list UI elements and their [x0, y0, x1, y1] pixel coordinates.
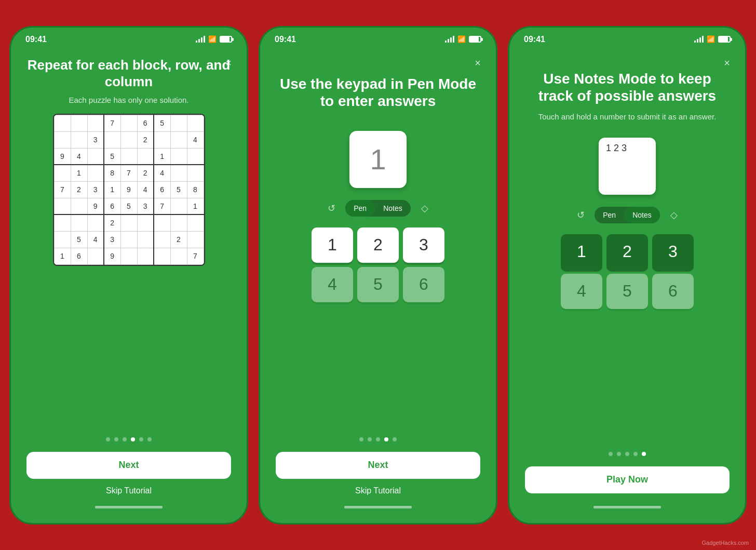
pen-mode-btn-3[interactable]: Pen	[595, 207, 624, 223]
key-6-3[interactable]: 6	[652, 274, 694, 309]
sudoku-cell	[154, 214, 170, 231]
sudoku-cell	[137, 231, 154, 248]
keypad-3: 1 2 3 4 5 6	[561, 234, 694, 309]
status-bar-1: 09:41 📶	[11, 28, 247, 44]
notes-mode-btn-2[interactable]: Notes	[375, 200, 411, 217]
key-3-2[interactable]: 3	[403, 227, 444, 263]
sudoku-cell	[54, 131, 71, 148]
sudoku-cell: 7	[187, 248, 204, 264]
home-bar-3	[593, 506, 661, 508]
sudoku-cell: 3	[87, 131, 104, 148]
undo-icon-3[interactable]: ↺	[572, 206, 589, 224]
keypad-row-top-2: 1 2 3	[312, 227, 444, 263]
key-4-3[interactable]: 4	[561, 274, 602, 309]
key-1-2[interactable]: 1	[312, 227, 353, 263]
key-4-2[interactable]: 4	[312, 267, 353, 302]
dots-indicator-3	[609, 452, 646, 456]
sudoku-cell: 4	[71, 148, 87, 165]
status-icons-1: 📶	[196, 35, 232, 43]
sudoku-cell: 1	[104, 181, 120, 198]
sudoku-table: 765324945118724723194658965371254321697	[54, 115, 204, 265]
battery-icon-3	[718, 36, 731, 43]
dot-2-4	[384, 437, 388, 441]
undo-icon-2[interactable]: ↺	[322, 199, 340, 217]
sudoku-cell	[120, 148, 137, 165]
sudoku-cell: 3	[137, 198, 154, 214]
sudoku-cell	[187, 231, 204, 248]
battery-icon-2	[469, 36, 481, 43]
sudoku-cell: 6	[104, 198, 120, 214]
sudoku-cell	[87, 148, 104, 165]
screen1-content: Repeat for each block, row, and column E…	[11, 44, 247, 437]
dot-3-1	[609, 452, 613, 456]
home-bar-2	[344, 506, 412, 508]
notes-mode-btn-3[interactable]: Notes	[624, 207, 660, 223]
status-icons-3: 📶	[694, 35, 731, 43]
mode-pill-2: Pen Notes	[345, 200, 411, 217]
home-bar-1	[95, 506, 163, 508]
skip-tutorial-2[interactable]: Skip Tutorial	[355, 486, 401, 495]
sudoku-cell: 5	[154, 115, 170, 131]
sudoku-cell	[71, 115, 87, 131]
sudoku-cell	[170, 214, 187, 231]
sudoku-cell: 7	[154, 198, 170, 214]
sudoku-cell: 9	[87, 198, 104, 214]
sudoku-cell	[120, 248, 137, 264]
screen3-subtitle: Touch and hold a number to submit it as …	[538, 111, 717, 122]
key-1-3[interactable]: 1	[561, 234, 602, 270]
screen1-subtitle: Each puzzle has only one solution.	[69, 96, 189, 104]
sudoku-cell: 7	[54, 181, 71, 198]
sudoku-cell	[170, 198, 187, 214]
erase-icon-2[interactable]: ◇	[416, 199, 434, 217]
sudoku-cell	[170, 248, 187, 264]
sudoku-cell	[137, 214, 154, 231]
screen3-bottom: Play Now	[509, 452, 745, 523]
dot-1-3	[123, 437, 127, 441]
sudoku-cell	[170, 131, 187, 148]
sudoku-cell	[154, 131, 170, 148]
key-2-2[interactable]: 2	[357, 227, 399, 263]
screen3-title: Use Notes Mode to keep track of possible…	[525, 70, 730, 105]
sudoku-cell	[120, 115, 137, 131]
dot-1-6	[147, 437, 152, 441]
sudoku-cell	[71, 198, 87, 214]
sudoku-cell	[54, 214, 71, 231]
screen2-content: Use the keypad in Pen Mode to enter answ…	[260, 44, 496, 437]
sudoku-cell	[54, 115, 71, 131]
sudoku-cell: 1	[71, 165, 87, 181]
sudoku-cell	[104, 131, 120, 148]
sudoku-cell: 6	[154, 181, 170, 198]
dots-indicator-2	[359, 437, 397, 441]
sudoku-cell: 4	[187, 131, 204, 148]
screen2-title: Use the keypad in Pen Mode to enter answ…	[276, 75, 480, 110]
next-button-1[interactable]: Next	[26, 452, 231, 479]
skip-tutorial-1[interactable]: Skip Tutorial	[106, 486, 152, 495]
key-5-2[interactable]: 5	[357, 267, 399, 302]
sudoku-cell	[120, 214, 137, 231]
pen-mode-btn-2[interactable]: Pen	[345, 200, 375, 217]
keypad-row-bot-2: 4 5 6	[312, 267, 444, 302]
sudoku-cell: 6	[71, 248, 87, 264]
sudoku-cell: 5	[104, 148, 120, 165]
play-now-button[interactable]: Play Now	[525, 466, 730, 493]
sudoku-cell: 2	[71, 181, 87, 198]
keypad-2: 1 2 3 4 5 6	[312, 227, 444, 302]
key-2-3[interactable]: 2	[606, 234, 648, 270]
sudoku-cell	[187, 148, 204, 165]
sudoku-cell	[187, 214, 204, 231]
erase-icon-3[interactable]: ◇	[665, 206, 683, 224]
mode-pill-3: Pen Notes	[595, 207, 660, 223]
screen1-title: Repeat for each block, row, and column	[26, 57, 231, 90]
notes-numbers: 1 2 3	[604, 143, 651, 154]
sudoku-cell	[137, 248, 154, 264]
sudoku-cell: 3	[87, 181, 104, 198]
sudoku-cell	[87, 115, 104, 131]
wifi-icon-1: 📶	[208, 35, 217, 43]
notes-display: 1 2 3	[599, 138, 656, 195]
sudoku-cell: 6	[137, 115, 154, 131]
next-button-2[interactable]: Next	[276, 452, 480, 479]
key-6-2[interactable]: 6	[403, 267, 444, 302]
wifi-icon-2: 📶	[457, 35, 466, 43]
key-3-3[interactable]: 3	[652, 234, 694, 270]
key-5-3[interactable]: 5	[606, 274, 648, 309]
